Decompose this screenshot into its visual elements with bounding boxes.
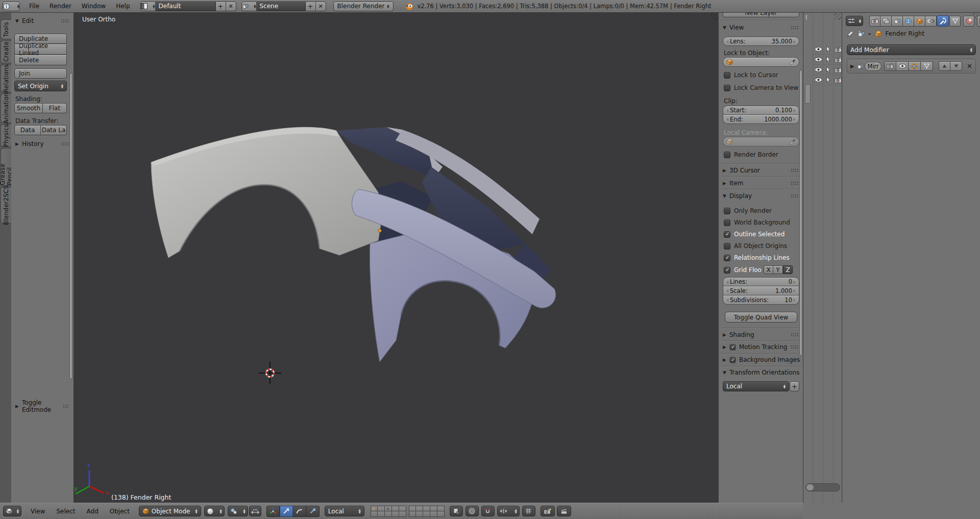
delete-scene-button[interactable]: ✕ (316, 2, 326, 11)
lock-camera-row[interactable]: Lock Camera to View (724, 84, 798, 91)
panel-grip[interactable] (791, 333, 799, 337)
info-editor-selector[interactable]: ▲▼ (3, 2, 20, 11)
grid-subdivisions-slider[interactable]: Subdivisions:10 (723, 295, 799, 305)
tab-grease-pencil[interactable]: Grease Pencil (1, 148, 11, 186)
modifier-show-viewport-toggle[interactable] (896, 61, 909, 71)
viewport-shading-dropdown[interactable]: ▲▼ (204, 506, 225, 516)
manipulator-translate-button[interactable] (280, 506, 293, 517)
outliner-vertical-scrollbar[interactable] (805, 84, 811, 104)
motion-tracking-header[interactable]: ▶ Motion Tracking (723, 343, 799, 351)
tab-material[interactable] (963, 16, 974, 27)
menu-add[interactable]: Add (82, 503, 104, 519)
add-modifier-dropdown[interactable]: Add Modifier▲▼ (847, 44, 976, 55)
grid-lines-slider[interactable]: Lines:0 (723, 277, 799, 286)
collapse-icon[interactable]: ▼ (723, 193, 726, 199)
shade-flat-button[interactable]: Flat (43, 103, 67, 113)
grid-floor-row[interactable]: Grid Floo (724, 266, 762, 274)
panel-grip[interactable] (791, 181, 799, 185)
delete-button[interactable]: Delete (14, 55, 67, 65)
checkbox[interactable] (724, 243, 730, 250)
checkbox[interactable] (724, 231, 730, 238)
scene-name-field[interactable]: Scene (257, 2, 306, 11)
orientation-dropdown[interactable]: Local▲▼ (723, 381, 789, 391)
all-object-origins-row[interactable]: All Object Origins (724, 242, 787, 250)
visibility-eye-icon[interactable] (813, 75, 823, 85)
panel-grip[interactable] (61, 19, 69, 23)
manipulator-scale-button[interactable] (306, 506, 320, 517)
join-button[interactable]: Join (14, 68, 67, 79)
scene-lock-toggle[interactable] (450, 506, 463, 516)
collapse-icon[interactable]: ▶ (723, 332, 726, 337)
transform-orientation-dropdown[interactable]: Local▲▼ (325, 506, 364, 516)
tab-animation[interactable]: Animation (1, 93, 11, 123)
background-images-header[interactable]: ▶ Background Images (723, 356, 799, 363)
area-resize-grip[interactable] (835, 13, 841, 20)
scene-icon-button[interactable]: ▲▼ (241, 2, 257, 11)
panel-grip[interactable] (63, 404, 69, 408)
toggle-editmode-header[interactable]: Toggle Editmode (22, 399, 60, 413)
data-transfer-data-button[interactable]: Data (14, 125, 41, 135)
checkbox[interactable] (724, 219, 730, 226)
menu-file[interactable]: File (24, 0, 44, 12)
selectability-cursor-icon[interactable] (823, 44, 834, 54)
collapse-icon[interactable]: ▶ (723, 168, 726, 173)
collapse-icon[interactable]: ▶ (723, 181, 726, 186)
outliner-horizontal-scrollbar[interactable] (805, 483, 840, 491)
modifier-show-editmode-toggle[interactable] (909, 61, 921, 71)
new-layer-button-partial[interactable]: New Layer (723, 13, 799, 17)
panel-grip[interactable] (791, 345, 799, 349)
area-resize-grip[interactable] (711, 13, 718, 20)
grid-axis-z-button[interactable]: Z (783, 265, 793, 274)
tab-blender2scs[interactable]: Blender2SCS (1, 187, 11, 224)
model-fender-right[interactable] (151, 127, 556, 362)
checkbox[interactable] (724, 85, 730, 91)
local-camera-field[interactable] (723, 137, 799, 146)
layers-widget[interactable] (371, 506, 445, 517)
menu-view[interactable]: View (26, 503, 50, 519)
lock-object-field[interactable] (723, 57, 799, 67)
renderability-camera-icon[interactable] (834, 65, 842, 75)
panel-grip[interactable] (791, 194, 799, 198)
checkbox[interactable] (724, 152, 730, 158)
cursor-panel-header[interactable]: 3D Cursor (729, 167, 760, 174)
tab-texture[interactable] (977, 16, 980, 27)
viewport-3d[interactable]: User Ortho (74, 13, 718, 503)
renderability-camera-icon[interactable] (834, 44, 842, 54)
tab-render[interactable] (869, 16, 880, 27)
snap-element-dropdown[interactable]: ▲▼ (497, 506, 520, 516)
screen-layout-name-field[interactable]: Default (156, 2, 216, 11)
render-border-row[interactable]: Render Border (724, 151, 778, 158)
modifier-move-down-button[interactable] (950, 61, 962, 71)
snap-target-toggle[interactable] (522, 506, 535, 516)
outline-selected-row[interactable]: Outline Selected (724, 231, 785, 238)
renderability-camera-icon[interactable] (834, 55, 842, 64)
grid-axis-x-button[interactable]: X (764, 265, 773, 274)
tab-world[interactable] (903, 16, 914, 27)
n-panel-scrollbar[interactable] (799, 70, 802, 356)
pin-icon[interactable] (847, 30, 854, 37)
shade-smooth-button[interactable]: Smooth (14, 103, 43, 113)
tool-shelf-scrollbar[interactable] (69, 73, 72, 379)
opengl-render-animation-button[interactable] (557, 506, 571, 516)
panel-grip[interactable] (791, 168, 799, 172)
only-render-row[interactable]: Only Render (724, 207, 772, 214)
collapse-icon[interactable]: ▼ (723, 25, 726, 30)
collapse-icon[interactable]: ▶ (723, 344, 726, 350)
tab-object-data[interactable] (949, 16, 961, 27)
screen-layout-icon-button[interactable]: ▲▼ (140, 2, 156, 11)
checkbox[interactable] (729, 357, 736, 363)
checkbox[interactable] (724, 72, 730, 79)
tab-constraints[interactable] (925, 16, 937, 27)
opengl-render-button[interactable] (541, 506, 555, 516)
modifier-render-toggle[interactable] (884, 61, 896, 71)
tab-tools[interactable]: Tools (1, 19, 11, 39)
edit-panel-header[interactable]: Edit (22, 17, 34, 24)
checkbox[interactable] (724, 267, 730, 274)
checkbox[interactable] (724, 208, 730, 214)
menu-render[interactable]: Render (44, 0, 77, 12)
tab-relations[interactable]: Relations (1, 64, 11, 92)
pivot-point-dropdown[interactable]: ▲▼ (228, 506, 248, 516)
manipulate-center-points-toggle[interactable] (249, 506, 261, 516)
add-layout-button[interactable]: + (216, 2, 226, 11)
tab-modifiers[interactable] (937, 15, 949, 27)
